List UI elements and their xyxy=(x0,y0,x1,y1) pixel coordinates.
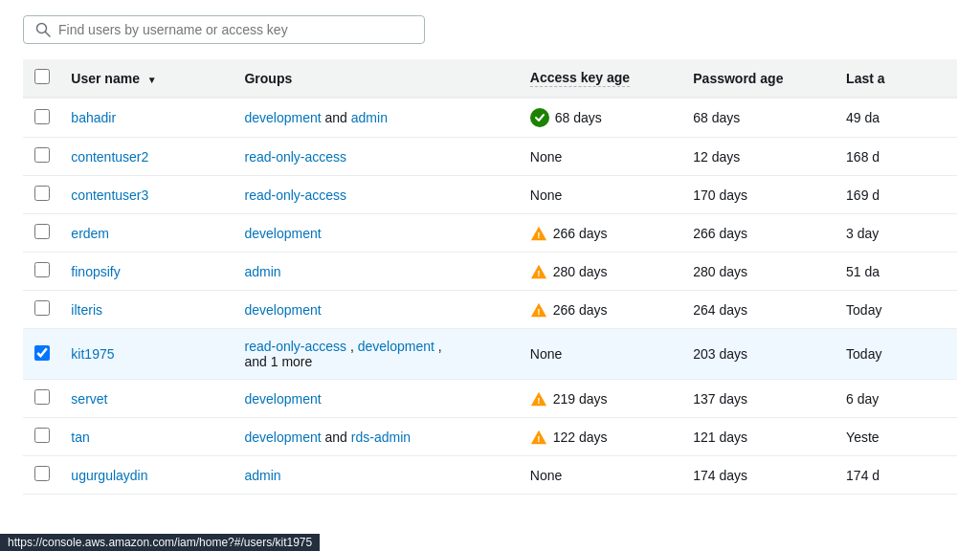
row-checkbox[interactable] xyxy=(34,300,50,316)
last-activity-cell: 3 day xyxy=(835,214,957,253)
group-link[interactable]: development xyxy=(244,391,321,407)
access-key-age-value: None xyxy=(530,346,562,362)
table-row: contentuser3read-only-accessNone170 days… xyxy=(23,176,957,214)
users-table: User name ▼ Groups Access key age Passwo… xyxy=(23,59,957,495)
username-link[interactable]: tan xyxy=(71,430,89,445)
svg-text:!: ! xyxy=(537,433,540,444)
row-checkbox[interactable] xyxy=(34,389,50,405)
table-row: ugurgulaydinadminNone174 days174 d xyxy=(23,456,957,495)
row-checkbox[interactable] xyxy=(34,428,50,443)
row-checkbox-cell xyxy=(23,456,59,495)
row-checkbox[interactable] xyxy=(34,224,50,239)
access-key-age-cell: ! 122 days xyxy=(519,418,681,456)
last-activity-cell: 174 d xyxy=(835,456,957,495)
last-activity-cell: 169 d xyxy=(835,176,957,214)
group-link[interactable]: read-only-access xyxy=(244,149,346,165)
access-key-age-value: 280 days xyxy=(553,264,608,279)
last-activity-cell: 51 da xyxy=(835,253,957,291)
row-checkbox[interactable] xyxy=(34,345,50,361)
username-link[interactable]: bahadir xyxy=(71,110,116,125)
username-link[interactable]: contentuser2 xyxy=(71,149,148,165)
access-key-age-value: 219 days xyxy=(553,391,608,407)
password-age-cell: 170 days xyxy=(681,176,835,214)
username-link[interactable]: servet xyxy=(71,391,107,407)
search-bar[interactable] xyxy=(23,15,425,44)
select-all-header xyxy=(23,59,59,98)
row-checkbox[interactable] xyxy=(34,262,50,277)
table-row: ilterisdevelopment ! 266 days264 daysTod… xyxy=(23,291,957,329)
groups-cell: admin xyxy=(233,456,518,495)
row-checkbox-cell xyxy=(23,176,59,214)
group-link[interactable]: admin xyxy=(244,468,280,483)
username-cell: ilteris xyxy=(59,291,233,329)
access-key-age-cell: None xyxy=(519,138,681,176)
row-checkbox[interactable] xyxy=(34,466,50,481)
sort-icon: ▼ xyxy=(147,75,157,85)
main-container: User name ▼ Groups Access key age Passwo… xyxy=(0,0,980,551)
password-age-cell: 174 days xyxy=(681,456,835,495)
username-link[interactable]: finopsify xyxy=(71,264,120,279)
username-link[interactable]: kit1975 xyxy=(71,346,114,362)
access-key-age-value: 266 days xyxy=(553,226,608,241)
row-checkbox[interactable] xyxy=(34,186,50,201)
password-age-cell: 264 days xyxy=(681,291,835,329)
row-checkbox-cell xyxy=(23,418,59,456)
password-age-cell: 12 days xyxy=(681,138,835,176)
group-link[interactable]: development xyxy=(244,110,321,125)
groups-cell: development xyxy=(233,291,518,329)
row-checkbox[interactable] xyxy=(34,147,50,163)
groups-cell: development and rds-admin xyxy=(233,418,518,456)
group-link[interactable]: admin xyxy=(244,264,280,279)
username-cell: tan xyxy=(59,418,233,456)
username-link[interactable]: ugurgulaydin xyxy=(71,468,147,483)
group-link[interactable]: read-only-access xyxy=(244,339,346,354)
username-cell: finopsify xyxy=(59,253,233,291)
password-age-header: Password age xyxy=(681,59,835,98)
groups-cell: read-only-access xyxy=(233,176,518,214)
access-warn-icon: ! xyxy=(530,390,547,408)
access-key-age-value: None xyxy=(530,187,562,203)
access-warn-icon: ! xyxy=(530,429,547,446)
username-cell: bahadir xyxy=(59,98,233,138)
groups-header: Groups xyxy=(233,59,518,98)
row-checkbox[interactable] xyxy=(34,109,50,124)
access-key-age-value: None xyxy=(530,468,562,483)
last-activity-cell: 168 d xyxy=(835,138,957,176)
group-link[interactable]: development xyxy=(244,302,321,318)
group-link[interactable]: development xyxy=(244,430,321,445)
groups-cell: development xyxy=(233,214,518,253)
username-cell: contentuser3 xyxy=(59,176,233,214)
group-link[interactable]: rds-admin xyxy=(351,430,411,445)
username-cell: servet xyxy=(59,380,233,418)
last-activity-cell: Yeste xyxy=(835,418,957,456)
password-age-cell: 137 days xyxy=(681,380,835,418)
search-icon xyxy=(35,22,51,37)
access-key-age-cell: ! 280 days xyxy=(519,253,681,291)
table-row: servetdevelopment ! 219 days137 days6 da… xyxy=(23,380,957,418)
username-link[interactable]: contentuser3 xyxy=(71,187,148,203)
username-cell: ugurgulaydin xyxy=(59,456,233,495)
username-link[interactable]: ilteris xyxy=(71,302,102,318)
access-key-age-cell: None xyxy=(519,176,681,214)
groups-cell: admin xyxy=(233,253,518,291)
access-warn-icon: ! xyxy=(530,301,547,319)
status-url: https://console.aws.amazon.com/iam/home?… xyxy=(8,536,312,549)
select-all-checkbox[interactable] xyxy=(34,69,50,84)
password-age-cell: 266 days xyxy=(681,214,835,253)
group-link[interactable]: admin xyxy=(351,110,388,125)
username-header[interactable]: User name ▼ xyxy=(59,59,233,98)
username-link[interactable]: erdem xyxy=(71,226,109,241)
password-age-cell: 68 days xyxy=(681,98,835,138)
password-age-cell: 121 days xyxy=(681,418,835,456)
search-input[interactable] xyxy=(58,22,412,37)
groups-extra: and 1 more xyxy=(244,354,506,369)
groups-cell: development and admin xyxy=(233,98,518,138)
groups-cell: read-only-access xyxy=(233,138,518,176)
group-link[interactable]: development xyxy=(244,226,321,241)
access-ok-icon xyxy=(530,108,549,127)
svg-text:!: ! xyxy=(537,268,540,278)
group-link[interactable]: development xyxy=(358,339,434,354)
group-link[interactable]: read-only-access xyxy=(244,187,346,203)
last-activity-cell: Today xyxy=(835,291,957,329)
svg-line-1 xyxy=(46,33,51,37)
